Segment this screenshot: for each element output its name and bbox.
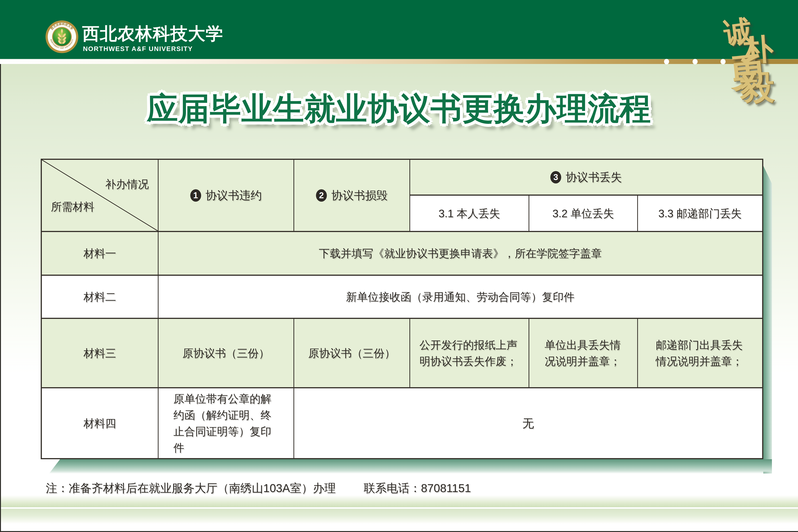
subheader-cell-employer-loss: 3.2 单位丢失 <box>529 196 638 232</box>
note-text: 注：准备齐材料后在就业服务大厅（南绣山103A室）办理 <box>46 482 336 494</box>
page-title: 应届毕业生就业协议书更换办理流程 <box>0 92 798 125</box>
row-label-material-3: 材料三 <box>42 319 158 388</box>
header-cell-breach: 1 协议书违约 <box>158 160 294 232</box>
contact-phone: 联系电话：87081151 <box>364 482 471 494</box>
cell-text: 公开发行的报纸上声明协议书丢失作废； <box>420 337 519 369</box>
corner-label-situation: 补办情况 <box>105 176 149 192</box>
cell-text: 原单位带有公章的解约函（解约证明、终止合同证明等）复印件 <box>174 391 279 456</box>
cell-text: 邮递部门出具丢失情况说明并盖章； <box>656 337 744 369</box>
row-label-material-4: 材料四 <box>42 388 158 458</box>
cell-material-3-breach: 原协议书（三份） <box>158 319 294 388</box>
materials-table: 补办情况 所需材料 1 协议书违约 2 协议书损毁 3 协议书丢失 3.1 本人… <box>41 159 763 459</box>
corner-header-cell: 补办情况 所需材料 <box>42 160 158 232</box>
poster-root: 西北农林科技大学 NORTHWEST A&F UNIVERSITY 西北农林科技… <box>0 0 798 532</box>
header-label-lost: 协议书丢失 <box>566 169 622 186</box>
bottom-wave-band-2 <box>0 509 798 524</box>
cell-material-2-merged: 新单位接收函（录用通知、劳动合同等）复印件 <box>158 276 762 319</box>
cell-material-4-none: 无 <box>294 388 762 458</box>
band-dot <box>721 59 726 64</box>
bottom-edge-line <box>0 531 798 532</box>
cell-material-3-employer-loss: 单位出具丢失情况说明并盖章； <box>529 319 638 388</box>
table-shadow-bottom <box>49 459 772 473</box>
subheader-cell-self-loss: 3.1 本人丢失 <box>410 196 529 232</box>
corner-label-materials: 所需材料 <box>51 198 94 215</box>
header-cell-damaged: 2 协议书损毁 <box>294 160 410 232</box>
band-dot <box>692 59 698 64</box>
gold-band <box>0 59 798 64</box>
cell-material-1-merged: 下载并填写《就业协议书更换申请表》，所在学院签字盖章 <box>158 232 762 276</box>
circled-number-2-icon: 2 <box>316 189 327 202</box>
row-label-material-2: 材料二 <box>42 276 158 319</box>
cell-material-3-self-loss: 公开发行的报纸上声明协议书丢失作废； <box>410 319 529 388</box>
university-logo-icon: 西北农林科技大学 NORTHWEST A&F UNIVERSITY <box>45 20 79 54</box>
row-label-material-1: 材料一 <box>42 232 158 276</box>
cell-material-3-postal-loss: 邮递部门出具丢失情况说明并盖章； <box>638 319 762 388</box>
header-label-breach: 协议书违约 <box>206 187 262 204</box>
subheader-cell-postal-loss: 3.3 邮递部门丢失 <box>638 196 762 232</box>
header-label-damaged: 协议书损毁 <box>331 187 388 204</box>
corner-diagonal-line <box>42 160 158 231</box>
circled-number-1-icon: 1 <box>190 189 201 202</box>
left-edge-line <box>0 64 1 532</box>
bottom-wave-band-1 <box>0 495 798 507</box>
cell-material-4-breach: 原单位带有公章的解约函（解约证明、终止合同证明等）复印件 <box>158 388 294 458</box>
cell-text: 单位出具丢失情况说明并盖章； <box>545 337 622 369</box>
header-cell-lost: 3 协议书丢失 <box>410 160 762 196</box>
footer-note: 注：准备齐材料后在就业服务大厅（南绣山103A室）办理 联系电话：8708115… <box>46 481 471 496</box>
circled-number-3-icon: 3 <box>550 171 561 184</box>
cell-material-3-damaged: 原协议书（三份） <box>294 319 410 388</box>
table-shadow-right <box>763 166 772 473</box>
university-name-en: NORTHWEST A&F UNIVERSITY <box>83 45 193 53</box>
university-name-zh: 西北农林科技大学 <box>82 22 223 45</box>
header-bar: 西北农林科技大学 NORTHWEST A&F UNIVERSITY 西北农林科技… <box>0 0 798 59</box>
band-dot <box>664 59 669 64</box>
